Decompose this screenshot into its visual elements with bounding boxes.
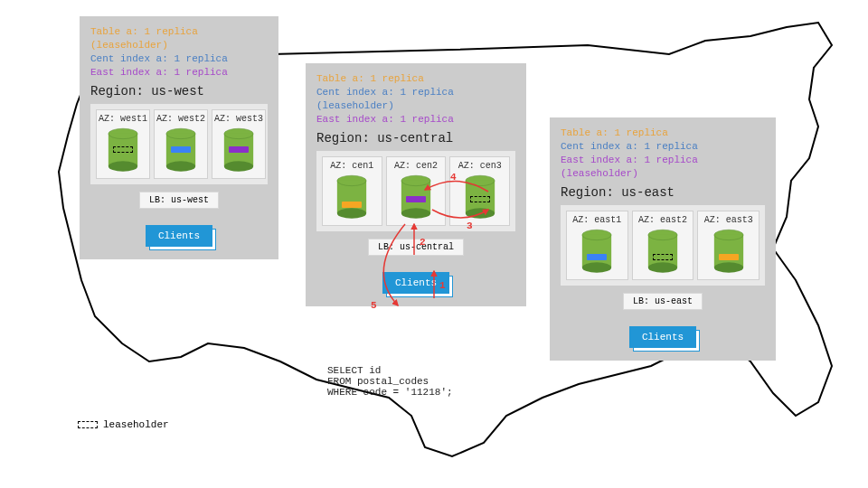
info-cent: Cent index a: 1 replica [90, 52, 268, 66]
chip-cent [171, 146, 191, 153]
chip-east [406, 196, 426, 202]
legend-label: leaseholder [103, 419, 169, 430]
info-east: East index a: 1 replica [316, 113, 515, 127]
region-card-east: Table a: 1 replica Cent index a: 1 repli… [550, 117, 776, 361]
info-table: Table a: 1 replica (leaseholder) [90, 25, 268, 52]
az-label: AZ: east2 [638, 215, 687, 225]
info-table: Table a: 1 replica [316, 72, 515, 86]
step-4: 4 [450, 172, 457, 183]
db-icon [712, 229, 746, 274]
db-icon [399, 174, 433, 220]
region-title: Region: us-east [561, 185, 765, 200]
chip-cent-lease [470, 196, 490, 202]
chip-table [342, 202, 362, 208]
az-east3: AZ: east3 [697, 211, 760, 280]
clients-label: Clients [629, 326, 696, 348]
region-card-central: Table a: 1 replica Cent index a: 1 repli… [306, 63, 526, 306]
clients-box: Clients [146, 225, 212, 247]
clients-label: Clients [146, 225, 212, 247]
az-east2: AZ: east2 [632, 211, 694, 280]
az-label: AZ: west2 [156, 114, 205, 124]
az-cen3: AZ: cen3 [449, 156, 510, 226]
db-icon [463, 174, 497, 220]
svg-point-30 [648, 263, 677, 273]
legend-lease-chip [78, 421, 98, 428]
chip-table [719, 254, 739, 260]
db-icon [646, 229, 680, 274]
svg-point-10 [224, 162, 253, 172]
svg-point-2 [108, 162, 137, 172]
region-title: Region: us-central [316, 131, 515, 145]
clients-box: Clients [629, 326, 696, 348]
az-west3: AZ: west3 [212, 109, 266, 179]
db-icon [164, 127, 198, 173]
az-cen1: AZ: cen1 [322, 156, 382, 226]
db-icon [335, 174, 369, 220]
db-icon [106, 127, 140, 173]
chip-east [229, 146, 249, 153]
legend: leaseholder [78, 419, 169, 430]
svg-point-22 [466, 209, 495, 219]
load-balancer: LB: us-east [623, 293, 703, 310]
info-table: Table a: 1 replica [561, 127, 765, 140]
az-east1: AZ: east1 [566, 211, 628, 280]
step-3: 3 [467, 221, 473, 231]
svg-point-6 [166, 162, 195, 172]
az-west2: AZ: west2 [154, 109, 208, 179]
az-label: AZ: cen2 [394, 161, 438, 171]
az-row: AZ: east1 AZ: east2 AZ: east3 [561, 205, 765, 286]
svg-point-34 [714, 263, 743, 273]
svg-point-26 [582, 263, 611, 273]
load-balancer: LB: us-central [368, 239, 464, 256]
chip-cent [587, 254, 607, 260]
info-cent: Cent index a: 1 replica (leaseholder) [316, 86, 515, 113]
az-label: AZ: east3 [704, 215, 753, 225]
step-1: 1 [439, 280, 446, 291]
az-label: AZ: cen3 [458, 161, 502, 171]
chip-east-lease [653, 254, 673, 260]
az-label: AZ: cen1 [330, 161, 373, 171]
sql-query: SELECT id FROM postal_codes WHERE code =… [327, 365, 453, 398]
az-label: AZ: west3 [214, 114, 263, 124]
az-cen2: AZ: cen2 [386, 156, 447, 226]
az-label: AZ: west1 [99, 114, 147, 124]
step-2: 2 [420, 237, 426, 248]
info-cent: Cent index a: 1 replica [561, 140, 765, 154]
step-5: 5 [371, 300, 377, 311]
az-row: AZ: west1 AZ: west2 AZ: west3 [90, 104, 268, 184]
load-balancer: LB: us-west [139, 192, 219, 209]
svg-point-14 [337, 209, 366, 219]
region-title: Region: us-west [90, 84, 268, 99]
az-label: AZ: east1 [572, 215, 621, 225]
db-icon [580, 229, 614, 274]
info-east: East index a: 1 replica [90, 66, 268, 80]
region-card-west: Table a: 1 replica (leaseholder) Cent in… [80, 16, 278, 259]
db-icon [222, 127, 256, 173]
chip-table-lease [113, 146, 133, 153]
az-west1: AZ: west1 [96, 109, 150, 179]
info-east: East index a: 1 replica (leaseholder) [561, 154, 765, 181]
svg-point-18 [401, 209, 430, 219]
az-row: AZ: cen1 AZ: cen2 AZ: cen3 [316, 151, 515, 231]
